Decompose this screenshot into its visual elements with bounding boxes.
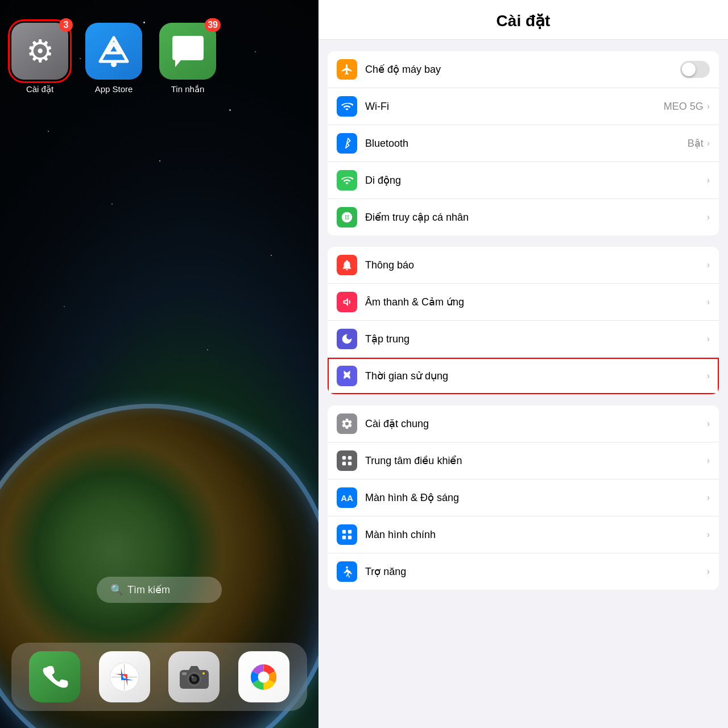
svg-point-12 <box>202 672 205 675</box>
airplane-label: Chế độ máy bay <box>365 63 680 76</box>
dock-phone[interactable] <box>29 651 80 702</box>
display-icon: AA <box>337 487 357 508</box>
accessibility-chevron: › <box>707 566 710 577</box>
homescreen-chevron: › <box>707 530 710 540</box>
svg-point-23 <box>346 566 348 569</box>
settings-row-screentime[interactable]: Thời gian sử dụng › <box>328 358 719 394</box>
sounds-label: Âm thanh & Cảm ứng <box>365 296 707 308</box>
airplane-toggle[interactable] <box>680 61 710 78</box>
svg-point-13 <box>258 671 270 682</box>
settings-row-airplane[interactable]: Chế độ máy bay <box>328 51 719 88</box>
settings-row-wifi[interactable]: Wi-Fi MEO 5G › <box>328 88 719 125</box>
svg-point-10 <box>191 676 193 678</box>
dock <box>11 643 307 711</box>
toggle-knob <box>682 63 696 76</box>
wifi-value: MEO 5G <box>664 101 704 113</box>
svg-rect-11 <box>182 672 187 675</box>
settings-badge: 3 <box>59 18 73 32</box>
svg-rect-15 <box>342 456 346 460</box>
messages-badge: 39 <box>205 18 221 32</box>
controlcenter-label: Trung tâm điều khiển <box>365 454 707 467</box>
settings-row-sounds[interactable]: Âm thanh & Cảm ứng › <box>328 284 719 321</box>
focus-label: Tập trung <box>365 333 707 345</box>
homescreen-icon <box>337 524 357 545</box>
svg-rect-18 <box>348 462 351 465</box>
svg-rect-22 <box>348 536 351 539</box>
svg-point-14 <box>345 216 349 219</box>
bluetooth-icon: ᛒ <box>337 133 357 154</box>
search-icon: 🔍 <box>110 584 123 596</box>
settings-row-display[interactable]: AA Màn hình & Độ sáng › <box>328 479 719 516</box>
bluetooth-chevron: › <box>707 138 710 148</box>
settings-title: Cài đặt <box>334 11 712 30</box>
settings-group-general: Cài đặt chung › Trung tâm điều khiển › <box>328 406 719 590</box>
settings-row-controlcenter[interactable]: Trung tâm điều khiển › <box>328 442 719 479</box>
screentime-label: Thời gian sử dụng <box>365 370 707 382</box>
appstore-icon <box>85 23 142 80</box>
screentime-chevron: › <box>707 371 710 381</box>
settings-row-homescreen[interactable]: Màn hình chính › <box>328 516 719 553</box>
settings-header: Cài đặt <box>318 0 728 40</box>
general-chevron: › <box>707 419 710 429</box>
wifi-chevron: › <box>707 101 710 111</box>
app-row-1: ⚙ 3 Cài đặt App Store <box>11 23 307 94</box>
dock-camera[interactable] <box>168 651 220 702</box>
gear-icon: ⚙ <box>26 33 54 69</box>
general-icon <box>337 413 357 434</box>
settings-row-bluetooth[interactable]: ᛒ Bluetooth Bật › <box>328 125 719 162</box>
focus-icon <box>337 329 357 349</box>
stars-background <box>0 0 318 728</box>
settings-row-cellular[interactable]: Di động › <box>328 162 719 199</box>
settings-row-notifications[interactable]: Thông báo › <box>328 247 719 284</box>
settings-row-hotspot[interactable]: Điểm truy cập cá nhân › <box>328 199 719 235</box>
svg-rect-20 <box>348 530 351 533</box>
cellular-chevron: › <box>707 175 710 185</box>
messages-icon: 39 <box>159 23 216 80</box>
hotspot-icon <box>337 207 357 228</box>
bluetooth-label: Bluetooth <box>365 138 688 150</box>
settings-group-connectivity: Chế độ máy bay Wi-Fi MEO 5G › ᛒ <box>328 51 719 235</box>
bluetooth-value: Bật <box>688 137 704 150</box>
settings-row-focus[interactable]: Tập trung › <box>328 321 719 358</box>
notifications-label: Thông báo <box>365 259 707 271</box>
homescreen-label: Màn hình chính <box>365 529 707 541</box>
wifi-icon <box>337 96 357 117</box>
apps-grid: ⚙ 3 Cài đặt App Store <box>11 23 307 106</box>
focus-chevron: › <box>707 334 710 344</box>
hotspot-label: Điểm truy cập cá nhân <box>365 211 707 224</box>
wifi-label: Wi-Fi <box>365 101 664 113</box>
dock-safari[interactable] <box>99 651 150 702</box>
hotspot-chevron: › <box>707 212 710 222</box>
appstore-label: App Store <box>95 84 133 94</box>
dock-photos[interactable] <box>238 651 289 702</box>
notifications-chevron: › <box>707 260 710 270</box>
app-appstore[interactable]: App Store <box>85 23 142 94</box>
home-screen: ⚙ 3 Cài đặt App Store <box>0 0 318 728</box>
settings-row-accessibility[interactable]: Trợ năng › <box>328 553 719 590</box>
settings-group-notifications: Thông báo › Âm thanh & Cảm ứng › <box>328 247 719 394</box>
search-bar[interactable]: 🔍 Tìm kiếm <box>97 577 222 603</box>
settings-content: Chế độ máy bay Wi-Fi MEO 5G › ᛒ <box>318 40 728 601</box>
display-chevron: › <box>707 493 710 503</box>
settings-row-general[interactable]: Cài đặt chung › <box>328 406 719 442</box>
app-settings[interactable]: ⚙ 3 Cài đặt <box>11 23 68 94</box>
svg-rect-16 <box>348 456 351 460</box>
settings-label: Cài đặt <box>26 84 53 94</box>
general-label: Cài đặt chung <box>365 417 707 430</box>
display-label: Màn hình & Độ sáng <box>365 491 707 504</box>
messages-label: Tin nhắn <box>171 84 204 94</box>
notifications-icon <box>337 255 357 275</box>
accessibility-label: Trợ năng <box>365 565 707 578</box>
settings-icon: ⚙ 3 <box>11 23 68 80</box>
sounds-chevron: › <box>707 297 710 307</box>
svg-rect-17 <box>342 462 346 465</box>
controlcenter-icon <box>337 450 357 471</box>
accessibility-icon <box>337 561 357 582</box>
airplane-icon <box>337 59 357 80</box>
cellular-icon <box>337 170 357 191</box>
screentime-icon <box>337 366 357 386</box>
settings-panel: Cài đặt Chế độ máy bay <box>318 0 728 728</box>
app-messages[interactable]: 39 Tin nhắn <box>159 23 216 94</box>
sounds-icon <box>337 292 357 312</box>
svg-rect-21 <box>342 536 346 539</box>
